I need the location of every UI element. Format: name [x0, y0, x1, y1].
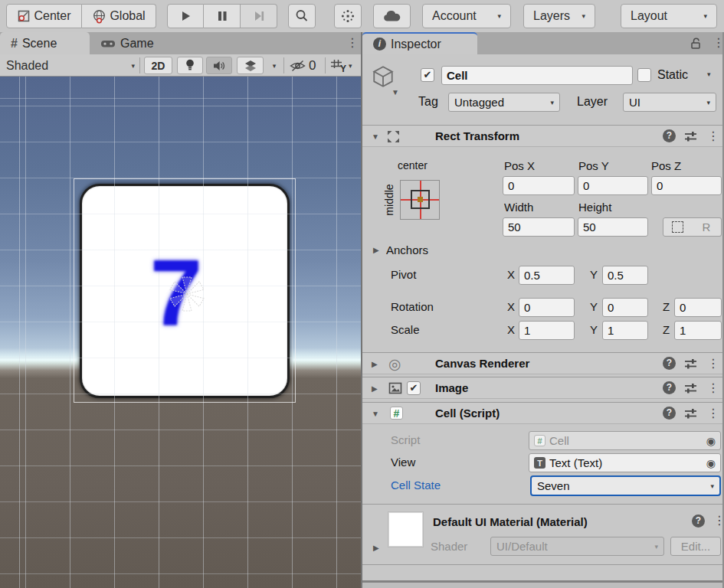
tool-handle-position-button[interactable]: Center: [6, 4, 82, 28]
draw-mode-label: Shaded: [6, 59, 48, 73]
layers-dropdown[interactable]: Layers ▾: [523, 4, 595, 28]
object-picker-icon[interactable]: ◉: [706, 435, 716, 447]
presets-icon[interactable]: [683, 130, 698, 143]
scene-effects-toggle[interactable]: [237, 57, 264, 74]
scale-y-field[interactable]: 1: [602, 321, 648, 340]
scene-audio-toggle[interactable]: [206, 57, 232, 74]
rotation-z-field[interactable]: 0: [674, 298, 722, 317]
presets-icon[interactable]: [683, 358, 698, 371]
raw-edit-mode-button[interactable]: R: [692, 217, 722, 237]
anchor-preset-vertical-label: middle: [383, 177, 395, 223]
presets-icon[interactable]: [683, 382, 698, 395]
main-toolbar: Center Global: [0, 0, 724, 32]
static-dropdown-arrow[interactable]: ▾: [707, 70, 711, 78]
tab-inspector-label: Inspector: [391, 38, 441, 51]
step-button[interactable]: [241, 4, 277, 28]
tab-inspector[interactable]: i Inspector: [362, 32, 477, 54]
cell-script-header[interactable]: ▼ # Cell (Script) ? ⋮: [362, 402, 724, 424]
search-button[interactable]: [288, 4, 316, 28]
component-menu-icon[interactable]: ⋮: [707, 407, 719, 420]
material-preview-swatch[interactable]: [388, 511, 424, 547]
rect-transform-gizmo-outline: [74, 178, 296, 403]
pos-z-field[interactable]: 0: [651, 176, 722, 195]
tab-game[interactable]: Game: [90, 32, 169, 54]
canvas-renderer-header[interactable]: ▶ ◎ Canvas Renderer ? ⋮: [362, 352, 724, 374]
help-icon[interactable]: ?: [663, 357, 676, 370]
help-icon[interactable]: ?: [692, 514, 705, 528]
height-field[interactable]: 50: [578, 217, 648, 237]
scene-dock-menu-button[interactable]: ⋮: [346, 37, 359, 49]
tag-label: Tag: [418, 95, 438, 109]
foldout-open-icon[interactable]: ▼: [372, 410, 379, 418]
rect-transform-header[interactable]: ▼ Rect Transform ? ⋮: [362, 125, 724, 147]
image-component-icon: [388, 381, 403, 395]
script-object-field[interactable]: # Cell ◉: [529, 431, 721, 450]
axis-x-label: X: [507, 300, 515, 313]
help-icon[interactable]: ?: [663, 407, 676, 420]
tab-scene[interactable]: # Scene: [0, 32, 90, 54]
view-object-field[interactable]: T Text (Text) ◉: [529, 453, 721, 472]
rotation-y-field[interactable]: 0: [602, 298, 648, 317]
rect-transform-title: Rect Transform: [435, 129, 519, 142]
scale-x-field[interactable]: 1: [519, 321, 575, 340]
scene-viewport[interactable]: 7: [0, 77, 362, 588]
component-menu-icon[interactable]: ⋮: [707, 130, 719, 142]
cell-state-dropdown[interactable]: Seven ▾: [530, 475, 721, 496]
shader-dropdown[interactable]: UI/Default ▾: [490, 537, 664, 556]
play-button[interactable]: [167, 4, 204, 28]
blueprint-mode-button[interactable]: [663, 217, 693, 237]
account-dropdown[interactable]: Account ▾: [422, 4, 511, 28]
scale-z-field[interactable]: 1: [674, 321, 722, 340]
scene-visibility-toggle[interactable]: 0: [289, 57, 316, 74]
pivot-y-field[interactable]: 0.5: [602, 266, 648, 285]
lock-icon[interactable]: [690, 38, 702, 50]
panel-splitter[interactable]: [361, 32, 362, 588]
gameobject-name-field[interactable]: Cell: [441, 66, 633, 85]
layout-dropdown[interactable]: Layout ▾: [621, 4, 717, 28]
layer-dropdown[interactable]: UI ▾: [623, 93, 716, 112]
cell-state-value: Seven: [537, 479, 570, 492]
component-menu-icon[interactable]: ⋮: [707, 382, 719, 394]
foldout-closed-icon[interactable]: ▶: [372, 384, 378, 393]
2d-toggle-button[interactable]: 2D: [144, 57, 172, 74]
height-label: Height: [578, 201, 611, 214]
gamepad-icon: [100, 38, 116, 49]
tag-dropdown[interactable]: Untagged ▾: [448, 93, 560, 112]
scene-grid-icon: #: [11, 37, 18, 51]
component-menu-icon[interactable]: ⋮: [707, 358, 719, 370]
image-component-header[interactable]: ▶ ✔ Image ? ⋮: [362, 377, 724, 399]
foldout-open-icon[interactable]: ▼: [372, 132, 379, 141]
object-picker-icon[interactable]: ◉: [706, 457, 716, 469]
cloud-button[interactable]: [373, 4, 411, 28]
foldout-closed-icon[interactable]: ▶: [373, 246, 379, 254]
anchor-preset-widget[interactable]: [400, 180, 440, 220]
activity-indicator-icon: [341, 9, 355, 23]
rotation-x-field[interactable]: 0: [519, 298, 575, 317]
gameobject-icon-dropdown[interactable]: ▼: [391, 88, 399, 96]
static-checkbox[interactable]: [637, 68, 651, 82]
scene-grid-settings-button[interactable]: Y ▾: [330, 57, 352, 74]
tool-handle-rotation-button[interactable]: Global: [82, 4, 156, 28]
background-activity-button[interactable]: [334, 4, 362, 28]
pivot-x-field[interactable]: 0.5: [519, 266, 575, 285]
pos-z-label: Pos Z: [651, 159, 681, 172]
gameobject-cube-icon[interactable]: [371, 64, 395, 89]
pause-icon: [217, 11, 228, 21]
chevron-down-icon: ▾: [581, 12, 585, 20]
shader-edit-button[interactable]: Edit...: [670, 537, 721, 556]
scene-effects-dropdown[interactable]: ▾: [267, 57, 281, 74]
pos-y-field[interactable]: 0: [578, 176, 648, 195]
help-icon[interactable]: ?: [663, 129, 676, 142]
width-field[interactable]: 50: [503, 217, 575, 237]
anchor-pivot-dot: [418, 197, 423, 202]
pause-button[interactable]: [204, 4, 241, 28]
help-icon[interactable]: ?: [663, 381, 676, 394]
foldout-closed-icon[interactable]: ▶: [373, 544, 379, 552]
pos-x-field[interactable]: 0: [503, 176, 575, 195]
foldout-closed-icon[interactable]: ▶: [372, 360, 378, 368]
gameobject-active-checkbox[interactable]: ✔: [421, 68, 434, 82]
scene-lighting-toggle[interactable]: [177, 57, 203, 74]
image-enabled-checkbox[interactable]: ✔: [407, 381, 421, 395]
draw-mode-dropdown[interactable]: Shaded ▾: [6, 57, 135, 74]
presets-icon[interactable]: [683, 407, 698, 420]
